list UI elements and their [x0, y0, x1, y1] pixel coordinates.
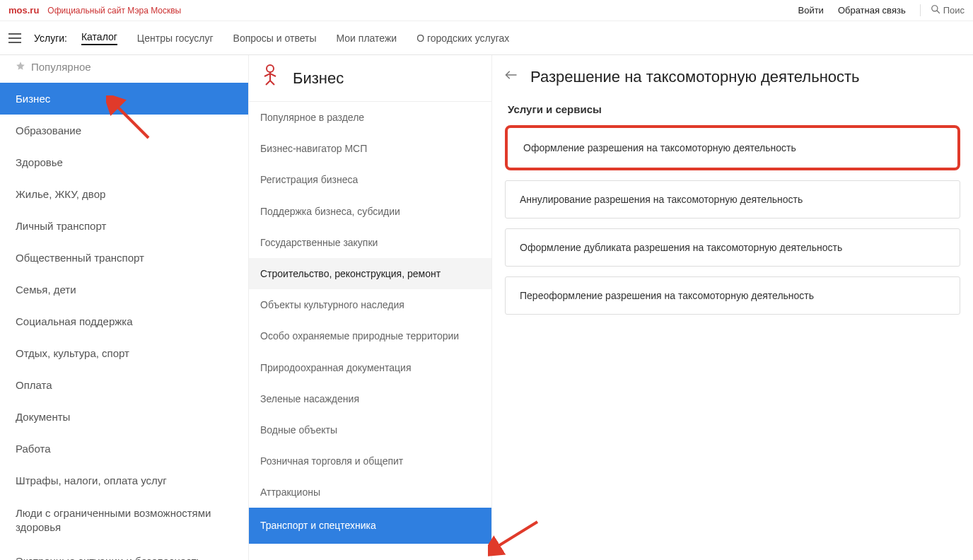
sidebar-item-work[interactable]: Работа — [0, 433, 248, 465]
subcategory-header: Бизнес — [249, 55, 491, 102]
login-link[interactable]: Войти — [798, 5, 823, 16]
service-card-duplicate[interactable]: Оформление дубликата разрешения на таксо… — [505, 228, 960, 267]
svg-point-5 — [267, 65, 274, 72]
service-card-cancel[interactable]: Аннулирование разрешения на таксомоторну… — [505, 180, 960, 218]
sidebar-item-fines[interactable]: Штрафы, налоги, оплата услуг — [0, 465, 248, 496]
feedback-link[interactable]: Обратная связь — [838, 5, 906, 16]
detail-title: Разрешение на таксомоторную деятельность — [530, 68, 860, 86]
sub-environment-docs[interactable]: Природоохранная документация — [249, 352, 491, 383]
sub-protected-areas[interactable]: Особо охраняемые природные территории — [249, 320, 491, 351]
detail-header: Разрешение на таксомоторную деятельность — [505, 55, 960, 96]
service-card-apply[interactable]: Оформление разрешения на таксомоторную д… — [505, 125, 960, 170]
search-box[interactable]: Поис — [920, 4, 965, 16]
sub-procurement[interactable]: Государственные закупки — [249, 227, 491, 258]
nav-catalog[interactable]: Каталог — [81, 31, 117, 45]
sidebar-item-emergency[interactable]: Экстренные ситуации и безопасность — [0, 545, 248, 561]
sidebar-popular[interactable]: Популярное — [0, 55, 248, 83]
service-card-reissue[interactable]: Переоформление разрешения на таксомоторн… — [505, 276, 960, 315]
svg-point-0 — [931, 6, 937, 11]
sub-construction[interactable]: Строительство, реконструкция, ремонт — [249, 258, 491, 289]
search-icon — [931, 4, 940, 16]
nav-section-label: Услуги: — [34, 33, 67, 44]
navbar: Услуги: Каталог Центры госуслуг Вопросы … — [0, 21, 973, 55]
svg-line-1 — [936, 11, 939, 13]
sub-popular[interactable]: Популярное в разделе — [249, 102, 491, 133]
sidebar-item-health[interactable]: Здоровье — [0, 146, 248, 178]
sidebar-item-housing[interactable]: Жилье, ЖКУ, двор — [0, 178, 248, 210]
sub-retail[interactable]: Розничная торговля и общепит — [249, 445, 491, 477]
detail-panel: Разрешение на таксомоторную деятельность… — [492, 55, 973, 560]
sub-heritage[interactable]: Объекты культурного наследия — [249, 289, 491, 320]
main: Популярное Бизнес Образование Здоровье Ж… — [0, 55, 973, 560]
sub-support[interactable]: Поддержка бизнеса, субсидии — [249, 196, 491, 227]
nav-faq[interactable]: Вопросы и ответы — [233, 33, 317, 44]
sub-greenery[interactable]: Зеленые насаждения — [249, 383, 491, 414]
sidebar-item-payment[interactable]: Оплата — [0, 369, 248, 401]
sidebar-item-social[interactable]: Социальная поддержка — [0, 305, 248, 337]
sidebar-item-education[interactable]: Образование — [0, 115, 248, 146]
nav-centers[interactable]: Центры госуслуг — [137, 33, 214, 44]
star-icon — [16, 61, 25, 73]
sidebar-item-business[interactable]: Бизнес — [0, 83, 248, 115]
sidebar-categories: Популярное Бизнес Образование Здоровье Ж… — [0, 55, 249, 560]
site-logo[interactable]: mos.ru — [8, 5, 39, 16]
sidebar-item-disabled[interactable]: Люди с ограниченными возможностями здоро… — [0, 496, 248, 545]
sub-attractions[interactable]: Аттракционы — [249, 477, 491, 508]
sidebar-item-documents[interactable]: Документы — [0, 401, 248, 433]
subcategory-title: Бизнес — [293, 69, 344, 88]
back-button[interactable] — [505, 70, 519, 84]
sub-transport[interactable]: Транспорт и спецтехника — [249, 508, 491, 543]
topbar: mos.ru Официальный сайт Мэра Москвы Войт… — [0, 0, 973, 21]
sub-water[interactable]: Водные объекты — [249, 414, 491, 445]
business-icon — [260, 64, 280, 93]
sidebar-item-personal-transport[interactable]: Личный транспорт — [0, 210, 248, 242]
sidebar-popular-label: Популярное — [31, 61, 91, 73]
subcategory-panel: Бизнес Популярное в разделе Бизнес-навиг… — [249, 55, 492, 560]
sidebar-item-family[interactable]: Семья, дети — [0, 274, 248, 305]
nav-about[interactable]: О городских услугах — [416, 33, 509, 44]
menu-icon[interactable] — [6, 29, 24, 47]
sub-navigator[interactable]: Бизнес-навигатор МСП — [249, 133, 491, 164]
sub-registration[interactable]: Регистрация бизнеса — [249, 164, 491, 195]
sidebar-item-leisure[interactable]: Отдых, культура, спорт — [0, 337, 248, 369]
nav-payments[interactable]: Мои платежи — [337, 33, 397, 44]
search-placeholder: Поис — [943, 5, 965, 16]
sidebar-item-public-transport[interactable]: Общественный транспорт — [0, 242, 248, 274]
site-subtitle: Официальный сайт Мэра Москвы — [47, 6, 181, 16]
detail-subtitle: Услуги и сервисы — [508, 103, 960, 115]
